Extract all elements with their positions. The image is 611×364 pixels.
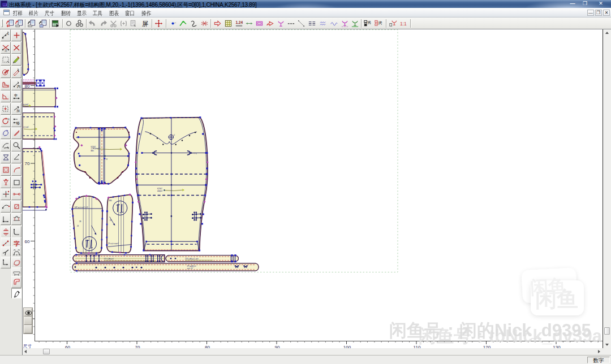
svg-text:加衬 13: 加衬 13 bbox=[187, 267, 193, 270]
svg-text:10P 前袋布x2 L-22: 10P 前袋布x2 L-22 bbox=[75, 206, 89, 209]
svg-text:80: 80 bbox=[25, 84, 30, 89]
svg-text:+.: +. bbox=[125, 202, 127, 204]
svg-text:218 前腰头x1 加衬: 218 前腰头x1 加衬 bbox=[185, 258, 199, 260]
svg-text:内: 内 bbox=[17, 85, 20, 88]
svg-text:屏: 屏 bbox=[142, 20, 148, 27]
svg-text:1.24: 1.24 bbox=[235, 20, 243, 24]
svg-text:28: 28 bbox=[77, 225, 79, 227]
svg-text:k: k bbox=[7, 32, 10, 36]
svg-text:加袋布2: 加袋布2 bbox=[23, 103, 29, 106]
svg-text:28: 28 bbox=[110, 219, 112, 222]
svg-text:尺寸: 尺寸 bbox=[23, 344, 32, 349]
svg-text:N: N bbox=[7, 118, 10, 121]
svg-text:60: 60 bbox=[25, 239, 30, 244]
svg-text:拷: 拷 bbox=[368, 20, 372, 25]
svg-text:o 袋位: o 袋位 bbox=[192, 152, 197, 154]
svg-text:闲鱼号：tbNick_dv39a: 闲鱼号：tbNick_dv39a bbox=[419, 326, 603, 346]
svg-text:加: 加 bbox=[16, 109, 20, 112]
svg-text:2B: 2B bbox=[79, 220, 81, 223]
svg-text:移: 移 bbox=[16, 122, 20, 125]
svg-text:袋垫布2: 袋垫布2 bbox=[23, 126, 29, 128]
svg-text:k: k bbox=[18, 68, 19, 71]
svg-text:1:1: 1:1 bbox=[400, 20, 407, 26]
svg-text:70: 70 bbox=[25, 161, 30, 166]
svg-text:交: 交 bbox=[5, 49, 7, 52]
svg-text:闲鱼: 闲鱼 bbox=[530, 275, 567, 297]
svg-text:215 后腰头x1: 215 后腰头x1 bbox=[104, 258, 114, 260]
svg-text:中: 中 bbox=[14, 93, 18, 97]
svg-text:2F 前袋口贴x2: 2F 前袋口贴x2 bbox=[108, 242, 119, 245]
svg-text:拷: 拷 bbox=[378, 20, 382, 25]
svg-text:M码: M码 bbox=[91, 150, 94, 152]
svg-text:前幅x2: 前幅x2 bbox=[157, 190, 163, 192]
svg-text:4B4: 4B4 bbox=[109, 200, 112, 202]
